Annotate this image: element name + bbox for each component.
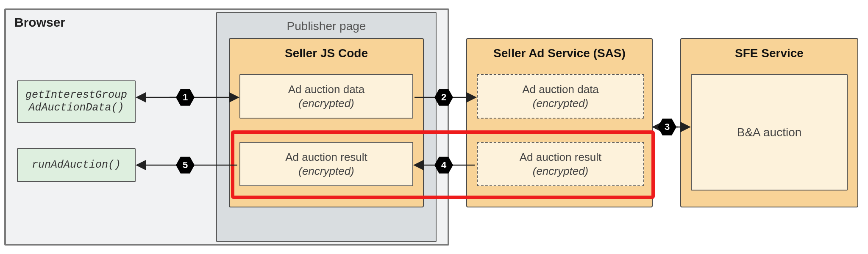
- run-ad-auction-code: runAdAuction(): [17, 148, 136, 182]
- label: B&A auction: [737, 125, 802, 140]
- label: Ad auction result: [285, 150, 367, 164]
- label: Ad auction result: [520, 150, 602, 164]
- sas-title: Seller Ad Service (SAS): [467, 47, 652, 60]
- sas-ad-auction-data: Ad auction data (encrypted): [477, 74, 644, 119]
- subtitle: (encrypted): [298, 97, 354, 110]
- subtitle: (encrypted): [533, 97, 589, 110]
- get-interest-group-code: getInterestGroup AdAuctionData(): [17, 80, 136, 123]
- code-text: getInterestGroup AdAuctionData(): [25, 89, 127, 114]
- label: Ad auction data: [522, 83, 599, 97]
- seller-js-ad-auction-data: Ad auction data (encrypted): [239, 74, 413, 119]
- seller-js-code-title: Seller JS Code: [230, 47, 423, 60]
- sfe-title: SFE Service: [681, 47, 857, 60]
- step-marker-2: 2: [434, 88, 453, 107]
- seller-js-ad-auction-result: Ad auction result (encrypted): [239, 142, 413, 186]
- sfe-ba-auction: B&A auction: [691, 74, 848, 190]
- subtitle: (encrypted): [533, 164, 589, 178]
- publisher-page-title: Publisher page: [217, 19, 436, 33]
- step-marker-4: 4: [434, 156, 453, 174]
- step-marker-3: 3: [658, 118, 676, 136]
- sas-ad-auction-result: Ad auction result (encrypted): [477, 142, 644, 186]
- label: Ad auction data: [288, 83, 365, 97]
- code-text: runAdAuction(): [32, 159, 121, 171]
- browser-title: Browser: [14, 15, 65, 30]
- step-marker-5: 5: [176, 156, 195, 174]
- diagram-root: Browser Publisher page Seller JS Code Se…: [0, 0, 868, 254]
- step-marker-1: 1: [176, 88, 195, 107]
- subtitle: (encrypted): [298, 164, 354, 178]
